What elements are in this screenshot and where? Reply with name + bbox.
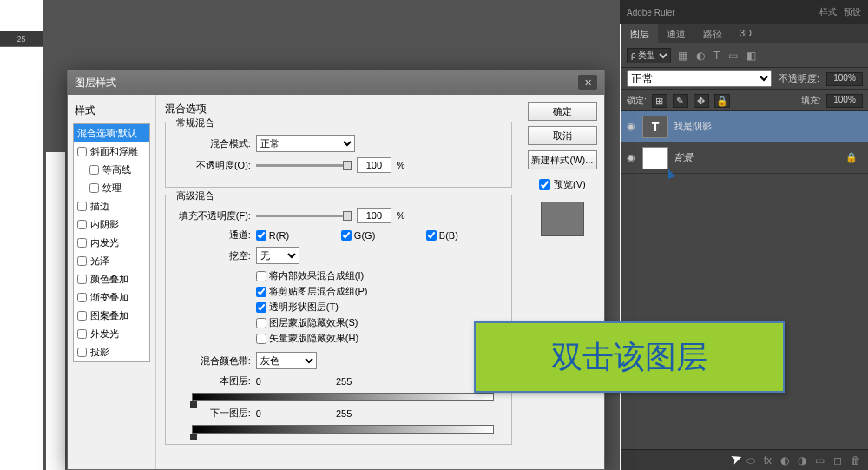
layers-bottom-toolbar: ⬭ fx ◐ ◑ ▭ ◻ 🗑 — [621, 449, 868, 470]
layer-row-text[interactable]: ◉ T 我是阴影 — [621, 111, 868, 142]
filter-pixel-icon[interactable]: ▦ — [678, 50, 687, 62]
blend-mode-select[interactable]: 正常 — [627, 70, 772, 87]
opacity-slider[interactable] — [256, 164, 352, 167]
layer-thumbnail-text[interactable]: T — [642, 116, 668, 138]
ruler-mark: 25 — [0, 31, 43, 46]
bevel-checkbox[interactable] — [77, 147, 87, 156]
fill-opacity-slider[interactable] — [256, 215, 352, 217]
texture-checkbox[interactable] — [89, 183, 99, 193]
lock-transparency-icon[interactable]: ⊞ — [652, 94, 667, 108]
preview-swatch — [541, 202, 584, 236]
blend-if-label: 混合颜色带: — [174, 354, 251, 367]
opacity-label: 不透明度(O): — [174, 159, 251, 172]
layer-style-dialog: 图层样式 ✕ 样式 混合选项:默认 斜面和浮雕 等高线 纹理 描边 内阴影 内发… — [67, 70, 605, 470]
layer-name[interactable]: 我是阴影 — [674, 120, 712, 133]
knockout-select[interactable]: 无 — [256, 247, 299, 264]
cb-inner-effects[interactable]: 将内部效果混合成组(I) — [256, 269, 503, 282]
style-bevel[interactable]: 斜面和浮雕 — [74, 142, 149, 161]
style-inner-shadow[interactable]: 内阴影 — [74, 215, 149, 234]
under-layer-label: 下一图层: — [174, 407, 251, 420]
blend-options-title: 混合选项 — [165, 102, 512, 116]
fill-opacity-label: 填充不透明度(F): — [174, 209, 251, 222]
fill-value[interactable]: 100% — [826, 94, 863, 108]
new-layer-icon[interactable]: ◻ — [833, 454, 842, 467]
fill-opacity-input[interactable] — [357, 208, 391, 223]
contour-checkbox[interactable] — [89, 165, 99, 175]
visibility-icon[interactable]: ◉ — [625, 121, 637, 133]
inner-shadow-checkbox[interactable] — [77, 220, 87, 229]
color-overlay-checkbox[interactable] — [77, 275, 87, 284]
right-panels: 图层 通道 路径 3D ρ 类型 ▦ ◐ T ▭ ◧ 正常 不透明度: 100%… — [621, 24, 868, 470]
ok-button[interactable]: 确定 — [528, 102, 597, 121]
style-blend-options[interactable]: 混合选项:默认 — [74, 124, 149, 142]
advanced-blend-fieldset: 高级混合 填充不透明度(F): % 通道: R(R) G(G) B(B) — [165, 195, 512, 445]
layer-thumbnail-bg[interactable] — [642, 147, 668, 169]
style-color-overlay[interactable]: 颜色叠加 — [74, 270, 149, 288]
fill-label: 填充: — [801, 95, 821, 107]
cb-vector-hide[interactable]: 矢量蒙版隐藏效果(H) — [256, 332, 503, 345]
this-layer-gradient[interactable] — [192, 393, 494, 401]
dialog-titlebar[interactable]: 图层样式 ✕ — [68, 70, 604, 95]
mask-icon[interactable]: ◐ — [780, 454, 789, 467]
filter-shape-icon[interactable]: ▭ — [728, 50, 738, 62]
style-stroke[interactable]: 描边 — [74, 197, 149, 215]
drop-shadow-checkbox[interactable] — [77, 348, 87, 357]
style-texture[interactable]: 纹理 — [74, 179, 149, 197]
layer-filter-row: ρ 类型 ▦ ◐ T ▭ ◧ — [621, 43, 868, 68]
cb-mask-hide[interactable]: 图层蒙版隐藏效果(S) — [256, 316, 503, 329]
layer-row-background[interactable]: ◉ 背景 🔒 — [621, 142, 868, 174]
gradient-overlay-checkbox[interactable] — [77, 293, 87, 302]
tab-3d[interactable]: 3D — [731, 24, 760, 43]
group-icon[interactable]: ▭ — [815, 454, 825, 467]
tab-channels[interactable]: 通道 — [658, 24, 694, 43]
lock-position-icon[interactable]: ✥ — [694, 94, 709, 108]
adjustment-icon[interactable]: ◑ — [798, 454, 806, 467]
inner-glow-checkbox[interactable] — [77, 238, 87, 248]
blend-mode-select[interactable]: 正常 — [256, 135, 355, 152]
opacity-value[interactable]: 100% — [826, 72, 863, 86]
outer-glow-checkbox[interactable] — [77, 329, 87, 339]
satin-checkbox[interactable] — [77, 256, 87, 266]
cb-clipped[interactable]: 将剪贴图层混合成组(P) — [256, 285, 503, 298]
document-edge — [46, 152, 65, 470]
preview-checkbox[interactable]: 预览(V) — [528, 178, 597, 191]
under-layer-gradient[interactable] — [192, 425, 494, 434]
annotation-callout: 双击该图层 — [474, 321, 785, 393]
cb-trans-shape[interactable]: 透明形状图层(T) — [256, 301, 503, 314]
filter-type-select[interactable]: ρ 类型 — [627, 48, 671, 63]
fx-icon[interactable]: fx — [764, 454, 772, 467]
app-topbar-fragment: Adobe Ruler 样式 预设 — [620, 0, 868, 24]
style-satin[interactable]: 光泽 — [74, 252, 149, 270]
pattern-overlay-checkbox[interactable] — [77, 311, 87, 321]
style-drop-shadow[interactable]: 投影 — [74, 343, 149, 361]
style-pattern-overlay[interactable]: 图案叠加 — [74, 307, 149, 325]
channel-r[interactable]: R(R) — [256, 230, 332, 241]
style-contour[interactable]: 等高线 — [74, 161, 149, 179]
filter-type-icon[interactable]: T — [713, 50, 720, 62]
channel-b[interactable]: B(B) — [426, 230, 503, 241]
channel-g[interactable]: G(G) — [341, 230, 418, 241]
filter-adjust-icon[interactable]: ◐ — [696, 50, 705, 62]
styles-header: 样式 — [73, 102, 150, 120]
this-layer-label: 本图层: — [174, 374, 251, 387]
styles-sidebar: 样式 混合选项:默认 斜面和浮雕 等高线 纹理 描边 内阴影 内发光 光泽 颜色… — [68, 95, 156, 469]
opacity-input[interactable] — [357, 157, 391, 173]
visibility-icon[interactable]: ◉ — [625, 152, 637, 164]
blend-if-select[interactable]: 灰色 — [256, 352, 317, 369]
style-gradient-overlay[interactable]: 渐变叠加 — [74, 288, 149, 307]
filter-smart-icon[interactable]: ◧ — [746, 50, 756, 62]
layer-name[interactable]: 背景 — [674, 151, 693, 164]
stroke-checkbox[interactable] — [77, 202, 87, 211]
close-icon[interactable]: ✕ — [578, 75, 597, 90]
link-icon[interactable]: ⬭ — [746, 454, 755, 467]
dialog-center-panel: 混合选项 常规混合 混合模式: 正常 不透明度(O): % 高级混合 填充不透 — [156, 95, 521, 469]
trash-icon[interactable]: 🗑 — [851, 454, 861, 467]
lock-all-icon[interactable]: 🔒 — [714, 94, 730, 108]
tab-paths[interactable]: 路径 — [694, 24, 731, 43]
new-style-button[interactable]: 新建样式(W)... — [528, 150, 597, 169]
lock-brush-icon[interactable]: ✎ — [673, 94, 688, 108]
style-inner-glow[interactable]: 内发光 — [74, 234, 149, 252]
style-outer-glow[interactable]: 外发光 — [74, 325, 149, 343]
tab-layers[interactable]: 图层 — [621, 24, 658, 43]
cancel-button[interactable]: 取消 — [528, 126, 597, 145]
